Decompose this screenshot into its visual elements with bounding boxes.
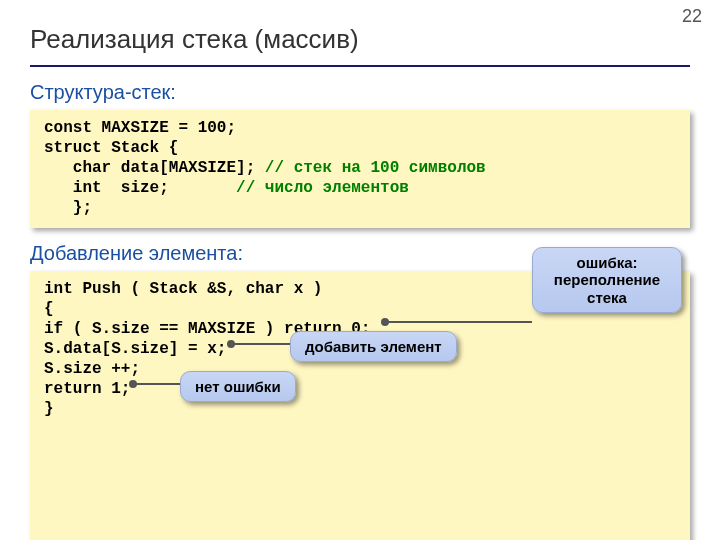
code-line: { <box>44 300 54 318</box>
code-line: int size; <box>44 179 236 197</box>
page-title: Реализация стека (массив) <box>0 0 720 61</box>
code-line: const MAXSIZE = 100; <box>44 119 236 137</box>
code-block-struct: const MAXSIZE = 100; struct Stack { char… <box>30 110 690 228</box>
code-line: char data[MAXSIZE]; <box>44 159 265 177</box>
connector-noerror <box>130 383 180 385</box>
connector-overflow <box>382 321 532 323</box>
code-comment: // стек на 100 символов <box>265 159 486 177</box>
section-struct-label: Структура-стек: <box>0 77 720 108</box>
callout-overflow: ошибка: переполнение стека <box>532 247 682 313</box>
code-line: } <box>44 400 54 418</box>
code-line: int Push ( Stack &S, char x ) <box>44 280 322 298</box>
code-line: }; <box>44 199 92 217</box>
code-line: return 1; <box>44 380 130 398</box>
code-block-push: int Push ( Stack &S, char x ) { if ( S.s… <box>30 271 690 540</box>
title-underline <box>30 65 690 67</box>
callout-add: добавить элемент <box>290 331 457 362</box>
page-number: 22 <box>682 6 702 27</box>
callout-noerror: нет ошибки <box>180 371 296 402</box>
code-line: S.size ++; <box>44 360 140 378</box>
code-comment: // число элементов <box>236 179 409 197</box>
code-line: struct Stack { <box>44 139 178 157</box>
code-line: S.data[S.size] = x; <box>44 340 226 358</box>
connector-add <box>228 343 290 345</box>
